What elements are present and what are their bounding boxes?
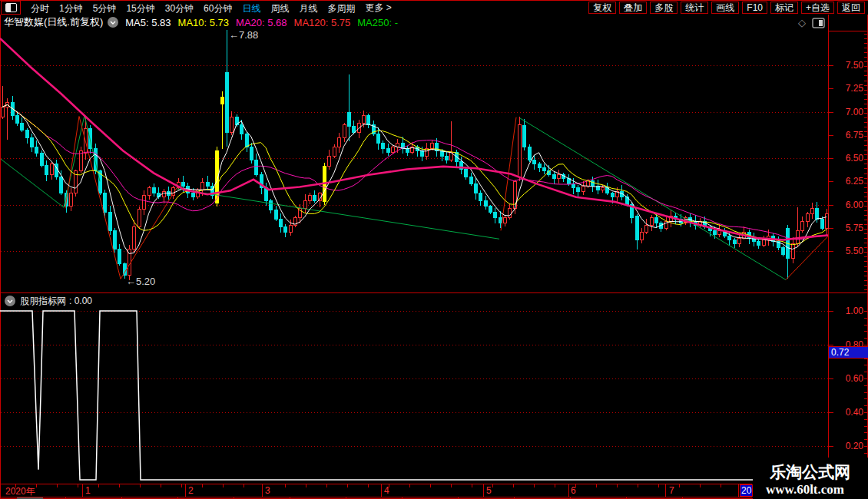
date-label: 5 <box>486 485 492 496</box>
period-tabs: 分时1分钟5分钟15分钟30分钟60分钟日线周线月线多周期 更多 > <box>0 1 392 15</box>
ma-legend-item: MA120: 5.75 <box>294 17 351 28</box>
watermark-title: 乐淘公式网 <box>770 461 850 483</box>
watermark-url: www.60lt.com <box>766 482 844 497</box>
period-tab[interactable]: 1分钟 <box>59 3 83 14</box>
title-bar: 华智数媒(日线.前复权) MA5: 5.83MA10: 5.73MA20: 5.… <box>0 15 868 29</box>
period-tab[interactable]: 日线 <box>242 3 260 14</box>
chart-canvas[interactable]: ←7.88←5.20 <box>0 0 868 499</box>
period-tab[interactable]: 15分钟 <box>126 3 154 14</box>
indicator-axis-label: 0.60 <box>833 373 863 384</box>
price-axis-label: 6.00 <box>833 200 863 210</box>
stock-title[interactable]: 华智数媒(日线.前复权) <box>4 15 103 29</box>
period-tab[interactable]: 30分钟 <box>165 3 194 14</box>
toolbar-button[interactable]: 叠加 <box>619 2 647 14</box>
svg-text:←5.20: ←5.20 <box>126 276 155 287</box>
date-label: 2 <box>188 485 194 496</box>
date-label: 2020年 <box>5 485 35 498</box>
layout-split-icon-glyph <box>5 3 17 12</box>
ma-legend: MA5: 5.83MA10: 5.73MA20: 5.68MA120: 5.75… <box>118 15 398 29</box>
trading-terminal-window: ←7.88←5.20 分时1分钟5分钟15分钟30分钟60分钟日线周线月线多周期… <box>0 0 868 499</box>
price-axis-label: 6.75 <box>833 130 863 140</box>
toolbar-button[interactable]: +自选 <box>801 2 834 14</box>
toolbar-button[interactable]: 返回 <box>837 2 865 14</box>
diamond-icon[interactable]: ◇ <box>798 17 806 28</box>
panel-layout-icon[interactable] <box>812 18 825 28</box>
period-tab[interactable]: 60分钟 <box>204 3 232 14</box>
period-tab-list: 分时1分钟5分钟15分钟30分钟60分钟日线周线月线多周期 <box>21 1 355 15</box>
price-axis-label: 5.50 <box>833 246 863 256</box>
layout-split-icon[interactable] <box>1 1 21 15</box>
ma-legend-item: MA5: 5.83 <box>125 17 171 28</box>
period-tab[interactable]: 周线 <box>270 3 289 14</box>
indicator-name[interactable]: 股朋指标网 <box>20 295 66 308</box>
more-menu[interactable]: 更多 > <box>365 2 391 15</box>
chevron-down-circle-icon[interactable] <box>5 296 15 306</box>
price-axis-label: 5.75 <box>833 223 863 233</box>
indicator-axis-label: 0.40 <box>833 407 863 418</box>
price-axis-label: 6.50 <box>833 153 863 164</box>
ma-legend-item: MA20: 5.68 <box>236 17 287 28</box>
price-axis-label: 6.25 <box>833 176 863 187</box>
top-toolbar: 分时1分钟5分钟15分钟30分钟60分钟日线周线月线多周期 更多 > 复权叠加多… <box>0 0 868 15</box>
toolbar-button[interactable]: F10 <box>742 2 767 14</box>
svg-text:←7.88: ←7.88 <box>229 29 258 41</box>
period-tab[interactable]: 月线 <box>299 3 317 14</box>
date-label: 7 <box>669 485 674 496</box>
crosshair-value-badge: 0.72 <box>829 346 868 359</box>
date-label: 6 <box>571 485 576 496</box>
price-axis-label: 7.00 <box>833 107 863 117</box>
toolbar-button[interactable]: 标记 <box>770 2 798 14</box>
date-label: 4 <box>384 485 389 496</box>
period-tab[interactable]: 分时 <box>31 3 49 14</box>
period-tab[interactable]: 多周期 <box>327 3 355 14</box>
price-axis-label: 7.50 <box>833 60 863 71</box>
toolbar-button[interactable]: 复权 <box>588 2 616 14</box>
indicator-axis-label: 1.00 <box>833 306 863 316</box>
indicator-value: : 0.00 <box>69 296 92 306</box>
toolbar-button[interactable]: 多股 <box>650 2 678 14</box>
ma-legend-item: MA10: 5.73 <box>178 17 230 28</box>
indicator-axis-label: 0.20 <box>833 441 863 451</box>
chevron-down-circle-icon[interactable] <box>108 17 118 28</box>
period-tab[interactable]: 5分钟 <box>93 3 117 14</box>
chart-corner-tools: ◇ <box>798 17 825 28</box>
date-label: 3 <box>265 485 270 496</box>
toolbar-button[interactable]: 画线 <box>711 2 739 14</box>
toolbar-buttons: 复权叠加多股统计画线F10标记+自选返回 <box>585 2 865 14</box>
date-label: 1 <box>85 485 91 496</box>
date-label-highlighted: 20 <box>740 484 753 497</box>
indicator-header: 股朋指标网 : 0.00 <box>0 295 92 307</box>
price-axis-label: 7.25 <box>833 83 863 94</box>
toolbar-button[interactable]: 统计 <box>681 2 708 14</box>
ma-legend-item: MA250: - <box>357 17 398 28</box>
